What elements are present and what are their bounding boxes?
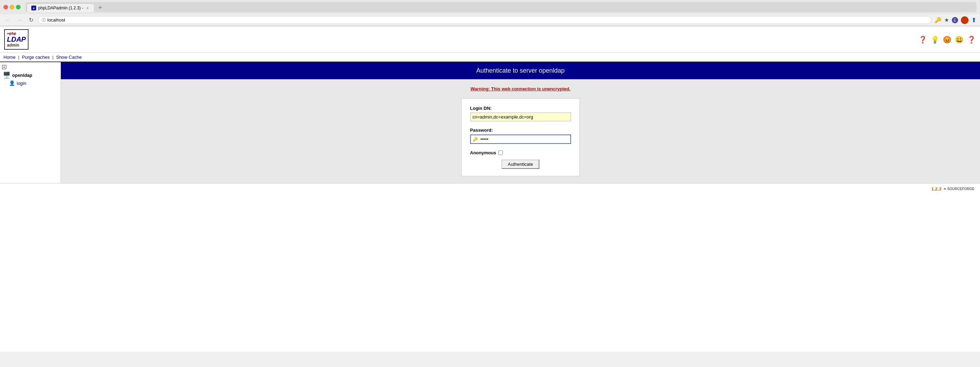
version-number: 1.2.3 bbox=[931, 186, 942, 192]
login-dn-label: Login DN: bbox=[470, 106, 571, 111]
home-link[interactable]: Home bbox=[3, 54, 16, 60]
maximize-window-button[interactable] bbox=[16, 5, 21, 10]
active-tab[interactable]: a phpLDAPadmin (1.2.3) - × bbox=[27, 3, 94, 12]
login-dn-group: Login DN: bbox=[470, 106, 571, 121]
nav-bar: Home | Purge caches | Show Cache bbox=[0, 53, 980, 62]
key-icon: 🔑 bbox=[934, 17, 942, 23]
info-icon[interactable]: ❓ bbox=[967, 35, 976, 44]
content-area: Authenticate to server openldap Warning:… bbox=[61, 62, 980, 183]
extensions-icon[interactable]: E bbox=[952, 17, 958, 23]
url-bar[interactable]: ⓘ localhost bbox=[38, 16, 932, 24]
auth-container: Warning: This web connection is unencryp… bbox=[61, 79, 980, 183]
anonymous-checkbox[interactable] bbox=[498, 151, 503, 155]
page-title: Authenticate to server openldap bbox=[476, 67, 565, 74]
person-icon: 👤 bbox=[9, 80, 15, 86]
app-header: =php LDAP admin ❓ 💡 😡 😀 ❓ bbox=[0, 26, 980, 53]
minimize-window-button[interactable] bbox=[10, 5, 14, 10]
anonymous-row: Anonymous bbox=[470, 150, 571, 155]
logo: =php LDAP admin bbox=[7, 31, 26, 48]
password-label: Password: bbox=[470, 127, 571, 133]
url-text: localhost bbox=[47, 17, 65, 22]
key-input-icon: 🔑 bbox=[471, 135, 479, 143]
sidebar-login-item[interactable]: 👤 login bbox=[2, 79, 59, 87]
bulb-icon[interactable]: 💡 bbox=[931, 35, 939, 44]
server-icon: 🖥️ bbox=[3, 71, 10, 79]
tab-title-text: phpLDAPadmin (1.2.3) - bbox=[38, 6, 83, 10]
nav-separator-2: | bbox=[52, 54, 53, 60]
page-wrapper: =php LDAP admin ❓ 💡 😡 😀 ❓ Home | Purge c… bbox=[0, 26, 980, 352]
tab-bar: a phpLDAPadmin (1.2.3) - × + bbox=[25, 2, 977, 12]
show-cache-link[interactable]: Show Cache bbox=[56, 54, 82, 60]
logo-admin-text: admin bbox=[7, 43, 26, 48]
submit-row: Authenticate bbox=[470, 159, 571, 169]
browser-titlebar: a phpLDAPadmin (1.2.3) - × + bbox=[0, 0, 980, 14]
login-dn-input[interactable] bbox=[470, 113, 571, 121]
browser-chrome: a phpLDAPadmin (1.2.3) - × + ← → ↻ ⓘ loc… bbox=[0, 0, 980, 26]
new-tab-button[interactable]: + bbox=[95, 3, 105, 12]
page-header-bar: Authenticate to server openldap bbox=[61, 62, 980, 79]
url-lock-icon: ⓘ bbox=[42, 17, 46, 22]
logo-area: =php LDAP admin bbox=[4, 29, 29, 50]
sidebar: + 🖥️ openldap 👤 login bbox=[0, 62, 61, 183]
password-input[interactable] bbox=[479, 135, 570, 143]
forward-button[interactable]: → bbox=[15, 16, 24, 24]
authenticate-button[interactable]: Authenticate bbox=[501, 159, 539, 169]
login-form-box: Login DN: Password: 🔑 Anonymous bbox=[461, 99, 580, 176]
logo-ldap-text: LDAP bbox=[7, 36, 26, 43]
login-link[interactable]: login bbox=[17, 81, 26, 86]
password-group: Password: 🔑 bbox=[470, 127, 571, 144]
purge-caches-link[interactable]: Purge caches bbox=[22, 54, 50, 60]
password-field-wrapper: 🔑 bbox=[470, 135, 571, 144]
update-icon[interactable]: ⬆ bbox=[971, 16, 977, 24]
footer: 1.2.3 ❧ SOURCEFORGE bbox=[0, 183, 980, 194]
question-icon[interactable]: ❓ bbox=[918, 35, 927, 44]
anonymous-label: Anonymous bbox=[470, 150, 496, 155]
tab-favicon: a bbox=[31, 6, 36, 10]
traffic-lights bbox=[3, 5, 21, 10]
nav-separator-1: | bbox=[18, 54, 19, 60]
sidebar-toggle-button[interactable]: + bbox=[2, 65, 6, 69]
warning-text: Warning: This web connection is unencryp… bbox=[471, 86, 571, 91]
angry-icon[interactable]: 😡 bbox=[943, 35, 951, 44]
smiley-icon[interactable]: 😀 bbox=[955, 35, 964, 44]
sidebar-toggle-row: + bbox=[2, 65, 59, 69]
back-button[interactable]: ← bbox=[3, 16, 13, 24]
bookmark-icon[interactable]: ★ bbox=[944, 17, 949, 23]
server-name: openldap bbox=[12, 73, 32, 78]
close-window-button[interactable] bbox=[3, 5, 8, 10]
header-icons: ❓ 💡 😡 😀 ❓ bbox=[918, 35, 976, 44]
main-layout: + 🖥️ openldap 👤 login Authenticate to se… bbox=[0, 62, 980, 183]
profile-icon[interactable] bbox=[961, 16, 969, 24]
refresh-button[interactable]: ↻ bbox=[27, 16, 35, 24]
address-bar: ← → ↻ ⓘ localhost 🔑 ★ E ⬆ bbox=[0, 14, 980, 26]
sourceforge-logo: ❧ SOURCEFORGE bbox=[943, 187, 974, 191]
close-tab-button[interactable]: × bbox=[85, 6, 89, 10]
browser-actions: 🔑 ★ E ⬆ bbox=[934, 16, 977, 24]
logo-box: =php LDAP admin bbox=[4, 29, 29, 50]
sidebar-server-item[interactable]: 🖥️ openldap bbox=[2, 71, 59, 79]
